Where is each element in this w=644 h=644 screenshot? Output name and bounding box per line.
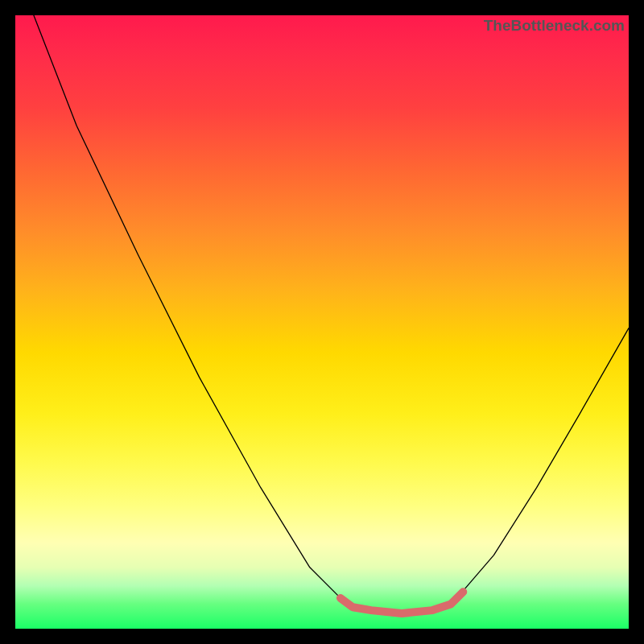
watermark-text: TheBottleneck.com	[484, 17, 625, 35]
plot-area: TheBottleneck.com	[15, 15, 629, 629]
chart-container: TheBottleneck.com	[0, 0, 644, 644]
chart-svg	[15, 15, 629, 629]
bottleneck-curve	[34, 15, 629, 613]
optimal-zone-marker	[341, 592, 463, 613]
